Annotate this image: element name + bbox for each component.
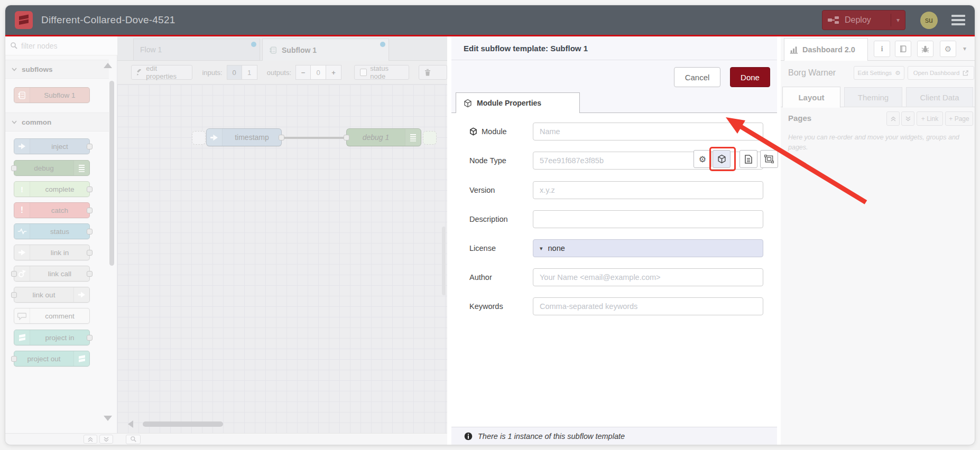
magnifier-icon — [131, 436, 136, 442]
main-menu-icon[interactable] — [951, 15, 965, 25]
sidebar-tab-dashboard[interactable]: Dashboard 2.0 — [784, 38, 868, 61]
zoom-search-button[interactable] — [126, 435, 141, 444]
chevron-down-icon — [12, 68, 17, 71]
palette-node-project-in[interactable]: project in — [14, 330, 90, 345]
deploy-caret-icon[interactable]: ▾ — [896, 16, 900, 24]
palette-node-subflow-1[interactable]: Subflow 1 — [14, 87, 90, 103]
inputs-option-0[interactable]: 0 — [227, 65, 242, 80]
edit-settings-button[interactable]: Edit Settings ⚙ — [854, 66, 904, 80]
outputs-minus-button[interactable]: − — [295, 65, 311, 80]
outputs-label: outputs: — [267, 69, 291, 77]
canvas-scroll-left-icon[interactable] — [128, 420, 133, 428]
palette-scroll-down-icon[interactable] — [104, 416, 112, 421]
done-button[interactable]: Done — [730, 67, 770, 87]
sidebar-tabstrip: Dashboard 2.0 i ⚙ ▾ — [781, 36, 975, 61]
node-port[interactable] — [344, 135, 349, 140]
palette-node-project-out[interactable]: project out — [14, 351, 90, 367]
checkbox-icon — [360, 69, 367, 76]
expand-all-button[interactable] — [99, 435, 113, 444]
app-title: Different-Collared-Dove-4521 — [41, 14, 175, 26]
description-button[interactable] — [739, 150, 757, 168]
palette-filter[interactable]: filter nodes — [5, 36, 117, 55]
outputs-value: 0 — [311, 65, 326, 80]
wire — [279, 137, 349, 139]
workspace-tab-subflow-1[interactable]: Subflow 1 — [262, 39, 389, 61]
chevron-down-icon — [12, 120, 17, 124]
node-port — [11, 271, 17, 277]
move-down-button[interactable] — [901, 111, 914, 126]
tab-layout[interactable]: Layout — [782, 87, 840, 108]
sidebar-tab-config[interactable]: ⚙ — [940, 41, 956, 57]
user-avatar[interactable]: su — [920, 12, 938, 29]
node-port — [87, 250, 93, 256]
palette-node-complete[interactable]: ! complete — [14, 181, 90, 197]
palette-node-inject[interactable]: inject — [14, 138, 90, 154]
canvas-vscrollbar[interactable] — [442, 227, 446, 295]
info-icon: i — [881, 44, 883, 53]
author-input[interactable] — [533, 268, 763, 286]
description-field-label: Description — [469, 215, 531, 223]
node-port — [87, 335, 93, 341]
palette-scroll-up-icon[interactable] — [104, 63, 112, 68]
bar-chart-icon — [790, 46, 798, 54]
node-port[interactable] — [279, 135, 284, 140]
tab-module-properties[interactable]: Module Properties — [456, 92, 580, 113]
sidebar-tab-help[interactable] — [895, 41, 911, 57]
sidebar-menu-caret-icon[interactable]: ▾ — [963, 45, 966, 52]
workspace-tab-flow-1[interactable]: Flow 1 — [133, 39, 260, 61]
inputs-option-1[interactable]: 1 — [242, 65, 257, 80]
delete-subflow-button[interactable] — [419, 65, 447, 80]
sidebar-tab-debug[interactable] — [917, 41, 933, 57]
bug-icon — [921, 45, 929, 53]
add-link-button[interactable]: + Link — [917, 111, 943, 126]
object-group-icon — [764, 155, 774, 163]
subflow-output-stub[interactable] — [423, 131, 437, 145]
palette-filter-placeholder: filter nodes — [21, 42, 57, 50]
canvas-hscrollbar[interactable] — [143, 421, 223, 427]
node-port — [87, 186, 93, 192]
description-input[interactable] — [533, 210, 763, 228]
add-page-button[interactable]: + Page — [945, 111, 973, 126]
license-select[interactable]: ▾ none — [533, 239, 763, 257]
node-port — [11, 165, 17, 171]
palette-node-link-out[interactable]: link out — [14, 287, 90, 303]
palette-node-comment[interactable]: comment — [14, 308, 90, 324]
tab-client-data[interactable]: Client Data — [906, 87, 973, 107]
module-properties-button[interactable] — [713, 150, 731, 168]
sidebar-tab-info[interactable]: i — [874, 41, 890, 57]
module-input[interactable] — [533, 123, 763, 140]
node-port — [87, 144, 93, 149]
cancel-button[interactable]: Cancel — [674, 67, 720, 87]
canvas-node-timestamp[interactable]: timestamp — [206, 128, 282, 146]
tab-theming[interactable]: Theming — [844, 87, 902, 107]
subflow-input-stub[interactable] — [192, 131, 206, 145]
palette-node-link-call[interactable]: link call — [14, 266, 90, 282]
flow-canvas[interactable]: timestamp debug 1 — [117, 85, 447, 433]
inject-icon — [207, 129, 223, 146]
palette-node-status[interactable]: status — [14, 223, 90, 239]
collapse-all-button[interactable] — [84, 435, 97, 444]
version-field-label: Version — [469, 186, 531, 194]
status-node-toggle[interactable]: status node — [354, 65, 409, 80]
palette-node-debug[interactable]: debug — [14, 160, 90, 176]
deploy-button[interactable]: Deploy ▾ — [822, 10, 905, 30]
outputs-plus-button[interactable]: + — [326, 65, 341, 80]
canvas-node-debug-1[interactable]: debug 1 — [346, 128, 421, 146]
palette-node-catch[interactable]: ! catch — [14, 202, 90, 218]
debug-icon — [405, 129, 421, 146]
inject-icon — [14, 139, 30, 154]
version-input[interactable] — [533, 181, 763, 199]
unsaved-changes-dot — [251, 42, 256, 47]
keywords-input[interactable] — [533, 297, 763, 315]
appearance-button[interactable] — [760, 150, 778, 168]
palette-category-common[interactable]: common — [5, 112, 109, 132]
open-dashboard-button[interactable]: Open Dashboard — [908, 66, 974, 80]
palette-scrollbar[interactable] — [109, 81, 114, 266]
edit-properties-button[interactable]: edit properties — [131, 65, 192, 80]
palette-category-subflows[interactable]: subflows — [5, 60, 109, 79]
main-content: filter nodes subflows Subflow 1 common i… — [5, 36, 975, 445]
book-icon — [899, 45, 907, 53]
move-up-button[interactable] — [886, 111, 900, 126]
palette-node-link-in[interactable]: link in — [14, 245, 90, 260]
subflow-properties-button[interactable]: ⚙ — [694, 150, 711, 168]
